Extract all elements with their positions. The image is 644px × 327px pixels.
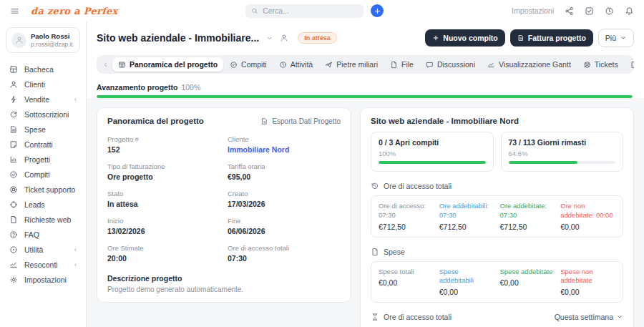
sidebar-item-leads[interactable]: Leads xyxy=(0,197,86,212)
tab-attivita[interactable]: Attività xyxy=(273,57,319,72)
progress-label: Avanzamento progetto xyxy=(97,83,177,92)
chart-icon xyxy=(9,155,18,164)
file-icon xyxy=(9,215,18,224)
members-person-icon[interactable] xyxy=(280,34,288,42)
logo[interactable]: da zero a Perfex xyxy=(31,6,118,16)
title-chevron-down-icon[interactable] xyxy=(265,34,273,42)
sidebar-item-utilita[interactable]: Utilità‹ xyxy=(0,242,86,257)
tab-panoramica-del-progetto[interactable]: Panoramica del progetto xyxy=(112,57,223,72)
summary-card-title: Sito web aziendale - Immobiliare Nord xyxy=(371,117,623,125)
stat-spese-addebitabili: Spese addebitabili€0,00 xyxy=(439,268,494,297)
new-task-button[interactable]: Nuovo compito xyxy=(425,29,504,47)
chart-title: Ore di accesso totali xyxy=(384,313,452,321)
timesheet-clock-icon[interactable] xyxy=(605,6,614,16)
client-link[interactable]: Immobiliare Nord xyxy=(228,145,341,154)
sidebar-item-vendite[interactable]: Vendite‹ xyxy=(0,92,86,107)
topbar-right: Impostazioni xyxy=(512,6,634,16)
chart-header: Ore di accesso totali Questa settimana xyxy=(371,313,623,321)
field-tipo-fatturazione: Tipo di fatturazioneOre progetto xyxy=(107,162,220,181)
sidebar-item-spese[interactable]: Spese xyxy=(0,122,86,137)
table-icon xyxy=(118,61,126,69)
more-button[interactable]: Più xyxy=(598,29,634,47)
sidebar-item-resoconti[interactable]: Resoconti‹ xyxy=(0,257,86,272)
chevron-collapsed-icon: ‹ xyxy=(74,261,77,268)
days-left-progress-card: 73 / 113 Giorni rimasti 64.6% xyxy=(501,132,624,172)
chart-range-select[interactable]: Questa settimana xyxy=(555,313,623,321)
page-title: Sito web aziendale - Immobiliare... xyxy=(97,32,259,44)
gear-icon xyxy=(9,275,18,284)
tab-compiti[interactable]: Compiti xyxy=(224,57,273,72)
progress-fill xyxy=(509,161,578,164)
share-icon[interactable] xyxy=(565,6,574,16)
sidebar-item-faq[interactable]: FAQ xyxy=(0,227,86,242)
field-tariffa-oraria: Tariffa oraria€95,00 xyxy=(228,162,341,181)
sidebar-item-progetti[interactable]: Progetti xyxy=(0,152,86,167)
tab-file[interactable]: File xyxy=(384,57,419,72)
field-cliente: ClienteImmobiliare Nord xyxy=(228,135,341,154)
hours-stats-card: Ore di accesso: 07:30€712,50 Ore addebit… xyxy=(371,195,623,238)
life-ring-icon xyxy=(9,185,18,194)
menu-icon[interactable] xyxy=(10,6,19,16)
sidebar-item-contratti[interactable]: Contratti xyxy=(0,137,86,152)
avatar xyxy=(11,33,26,48)
topbar-center xyxy=(118,4,512,18)
sidebar-item-impostazioni[interactable]: Impostazioni xyxy=(0,272,86,287)
refresh-icon xyxy=(9,110,18,119)
tasks-icon[interactable] xyxy=(585,6,594,16)
sidebar-item-sottoscrizioni[interactable]: Sottoscrizioni xyxy=(0,107,86,122)
tab-discussioni[interactable]: Discussioni xyxy=(420,57,481,72)
field-inizio: Inizio13/02/2026 xyxy=(107,217,220,235)
sidebar: Paolo Rossi p.rossi@dzap.it Bacheca Clie… xyxy=(0,21,87,327)
invoice-icon xyxy=(517,34,525,42)
user-card[interactable]: Paolo Rossi p.rossi@dzap.it xyxy=(6,27,80,53)
milestone-icon xyxy=(325,61,333,69)
search-box[interactable] xyxy=(245,4,364,18)
progress-track xyxy=(509,161,616,164)
sidebar-item-richieste-web[interactable]: Richieste web xyxy=(0,212,86,227)
document-icon xyxy=(371,248,379,256)
stat-ore-addebitabili: Ore addebitabili: 07:30€712,50 xyxy=(439,202,494,231)
tabs-scroll-left-icon[interactable] xyxy=(99,61,112,69)
tab-tickets[interactable]: Tickets xyxy=(577,57,624,72)
sidebar-item-compiti[interactable]: Compiti xyxy=(0,167,86,182)
field-ore-accesso-totali: Ore di accesso totali07:30 xyxy=(228,244,341,263)
file-icon xyxy=(390,61,398,69)
field-progetto-num: Progetto #152 xyxy=(107,135,220,154)
user-name: Paolo Rossi xyxy=(31,32,73,40)
overview-card-title: Panoramica del progetto xyxy=(107,117,204,125)
export-project-data-link[interactable]: Esporta Dati Progetto xyxy=(260,117,341,125)
check-circle-icon xyxy=(230,61,238,69)
quick-add-button[interactable] xyxy=(371,4,384,17)
description-text: Progetto demo generato automaticamente. xyxy=(107,285,341,293)
topbar: da zero a Perfex Impostazioni xyxy=(0,0,644,21)
stat-spese-addebitate: Spese addebitate€0,00 xyxy=(500,268,555,297)
tab-pietre-miliari[interactable]: Pietre miliari xyxy=(319,57,384,72)
plus-icon xyxy=(432,34,439,42)
tab-visualizzazione-gantt[interactable]: Visualizzazione Gantt xyxy=(482,57,577,72)
clock-icon xyxy=(279,61,287,69)
chevron-collapsed-icon: ‹ xyxy=(74,246,77,253)
chevron-down-icon xyxy=(620,34,627,42)
tab-contratti[interactable]: Contratti xyxy=(625,57,634,72)
settings-label[interactable]: Impostazioni xyxy=(512,6,554,15)
stat-ore-di-accesso: Ore di accesso: 07:30€712,50 xyxy=(379,202,434,231)
sidebar-item-clienti[interactable]: Clienti xyxy=(0,77,86,92)
invoice-project-button[interactable]: Fattura progetto xyxy=(510,29,593,47)
field-ore-stimate: Ore Stimate20:00 xyxy=(107,244,220,263)
sidebar-item-bacheca[interactable]: Bacheca xyxy=(0,62,86,77)
contract-icon xyxy=(9,140,18,149)
sidebar-item-ticket-supporto[interactable]: Ticket supporto xyxy=(0,182,86,197)
description-label: Descrizione progetto xyxy=(107,274,341,283)
hourglass-icon xyxy=(371,313,379,321)
search-icon xyxy=(251,7,258,15)
chevron-down-icon xyxy=(616,313,623,321)
search-input[interactable] xyxy=(263,6,358,15)
expenses-section-label: Spese xyxy=(371,248,623,256)
notifications-bell-icon[interactable] xyxy=(625,6,634,16)
field-stato: StatoIn attesa xyxy=(107,190,220,208)
stat-spese-totali: Spese totali€0,00 xyxy=(379,268,434,297)
project-header: Sito web aziendale - Immobiliare... In a… xyxy=(87,21,644,49)
contract-icon xyxy=(630,61,634,69)
hours-section-label: Ore di accesso totali xyxy=(371,182,623,190)
progress-track xyxy=(379,161,486,164)
